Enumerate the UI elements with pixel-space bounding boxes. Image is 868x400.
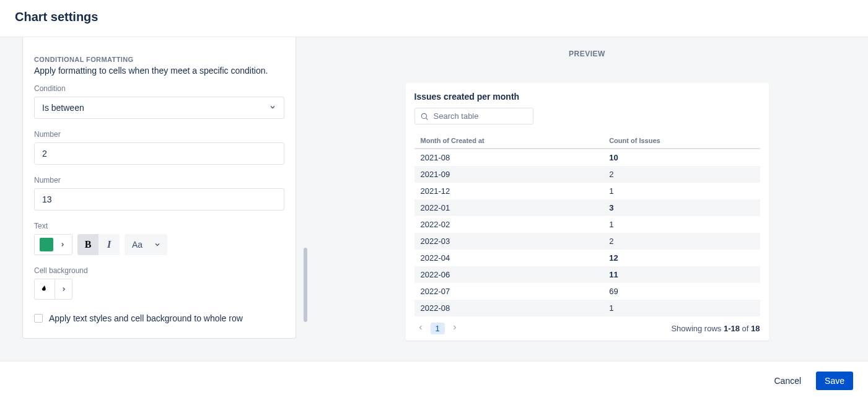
cell-month: 2022-07 bbox=[414, 283, 603, 300]
search-table-wrap[interactable] bbox=[414, 108, 533, 124]
whole-row-checkbox[interactable] bbox=[34, 314, 43, 323]
section-description: Apply formatting to cells when they meet… bbox=[34, 66, 284, 76]
pager-prev[interactable] bbox=[414, 323, 427, 334]
page-title: Chart settings bbox=[15, 10, 853, 24]
table-row: 2022-081 bbox=[414, 300, 760, 316]
pagination: 1 Showing rows 1-18 of 18 bbox=[414, 323, 760, 334]
col-header-month[interactable]: Month of Created at bbox=[414, 133, 603, 149]
italic-button[interactable]: I bbox=[99, 234, 120, 255]
number-max-input[interactable] bbox=[34, 188, 284, 211]
preview-label: PREVIEW bbox=[569, 50, 605, 58]
cell-month: 2021-09 bbox=[414, 166, 603, 183]
table-row: 2022-021 bbox=[414, 216, 760, 233]
cell-month: 2021-08 bbox=[414, 149, 603, 166]
search-input[interactable] bbox=[434, 111, 528, 121]
text-color-swatch bbox=[40, 238, 53, 251]
search-icon bbox=[420, 112, 429, 121]
cell-count: 12 bbox=[603, 250, 760, 266]
cell-count: 11 bbox=[603, 266, 760, 283]
aa-label: Aa bbox=[132, 240, 142, 250]
text-color-dropdown[interactable] bbox=[57, 234, 72, 255]
scrollbar-thumb[interactable] bbox=[304, 248, 307, 322]
cell-count: 1 bbox=[603, 216, 760, 233]
cell-month: 2022-08 bbox=[414, 300, 603, 316]
modal-footer: Cancel Save bbox=[0, 361, 868, 400]
cell-count: 3 bbox=[603, 199, 760, 216]
cell-count: 10 bbox=[603, 149, 760, 166]
number-min-label: Number bbox=[34, 130, 284, 139]
pager-next[interactable] bbox=[449, 323, 461, 334]
section-heading: CONDITIONAL FORMATTING bbox=[34, 56, 284, 63]
condition-label: Condition bbox=[34, 84, 284, 93]
cell-month: 2022-04 bbox=[414, 250, 603, 266]
table-row: 2022-0769 bbox=[414, 283, 760, 300]
cell-bg-button[interactable] bbox=[34, 279, 72, 300]
table-row: 2021-0810 bbox=[414, 149, 760, 166]
cell-count: 2 bbox=[603, 233, 760, 250]
paint-icon bbox=[35, 284, 55, 295]
bold-button[interactable]: B bbox=[77, 234, 99, 255]
cancel-button[interactable]: Cancel bbox=[765, 372, 810, 390]
table-row: 2022-0412 bbox=[414, 250, 760, 266]
text-color-group bbox=[34, 234, 72, 255]
text-transform-button[interactable]: Aa bbox=[125, 234, 147, 255]
whole-row-label: Apply text styles and cell background to… bbox=[49, 313, 243, 323]
cell-count: 1 bbox=[603, 300, 760, 316]
preview-card: Issues created per month Month of Create… bbox=[406, 83, 769, 341]
table-row: 2022-032 bbox=[414, 233, 760, 250]
svg-point-0 bbox=[421, 113, 426, 118]
whole-row-checkbox-row[interactable]: Apply text styles and cell background to… bbox=[34, 313, 284, 323]
chevron-down-icon bbox=[269, 103, 276, 113]
cell-month: 2022-02 bbox=[414, 216, 603, 233]
chart-title: Issues created per month bbox=[414, 92, 760, 102]
conditional-formatting-panel: CONDITIONAL FORMATTING Apply formatting … bbox=[22, 37, 296, 339]
bold-italic-group: B I bbox=[77, 234, 120, 255]
cell-month: 2022-03 bbox=[414, 233, 603, 250]
data-table: Month of Created at Count of Issues 2021… bbox=[414, 133, 760, 316]
rows-info: Showing rows 1-18 of 18 bbox=[671, 324, 760, 333]
text-transform-dropdown[interactable] bbox=[147, 234, 167, 255]
number-min-input[interactable] bbox=[34, 142, 284, 165]
text-color-button[interactable] bbox=[34, 234, 57, 255]
condition-value: Is between bbox=[42, 103, 84, 113]
number-max-label: Number bbox=[34, 176, 284, 185]
table-row: 2021-092 bbox=[414, 166, 760, 183]
table-row: 2022-013 bbox=[414, 199, 760, 216]
pager-page-1[interactable]: 1 bbox=[431, 323, 445, 334]
cell-count: 1 bbox=[603, 183, 760, 199]
cell-bg-label: Cell background bbox=[34, 266, 284, 275]
settings-column: CONDITIONAL FORMATTING Apply formatting … bbox=[0, 37, 304, 361]
table-row: 2022-0611 bbox=[414, 266, 760, 283]
text-style-label: Text bbox=[34, 222, 284, 230]
save-button[interactable]: Save bbox=[816, 372, 853, 390]
pager-controls: 1 bbox=[414, 323, 461, 334]
text-toolbar: B I Aa bbox=[34, 234, 284, 255]
cell-count: 69 bbox=[603, 283, 760, 300]
cell-month: 2022-01 bbox=[414, 199, 603, 216]
text-transform-group: Aa bbox=[125, 234, 167, 255]
svg-line-1 bbox=[426, 118, 427, 120]
col-header-count[interactable]: Count of Issues bbox=[603, 133, 760, 149]
modal-body: CONDITIONAL FORMATTING Apply formatting … bbox=[0, 37, 868, 361]
cell-month: 2022-06 bbox=[414, 266, 603, 283]
table-row: 2021-121 bbox=[414, 183, 760, 199]
cell-bg-dropdown[interactable] bbox=[55, 279, 72, 299]
cell-count: 2 bbox=[603, 166, 760, 183]
modal-header: Chart settings bbox=[0, 0, 868, 37]
preview-column: PREVIEW Issues created per month Month o… bbox=[304, 37, 868, 361]
condition-select[interactable]: Is between bbox=[34, 97, 284, 119]
cell-month: 2021-12 bbox=[414, 183, 603, 199]
